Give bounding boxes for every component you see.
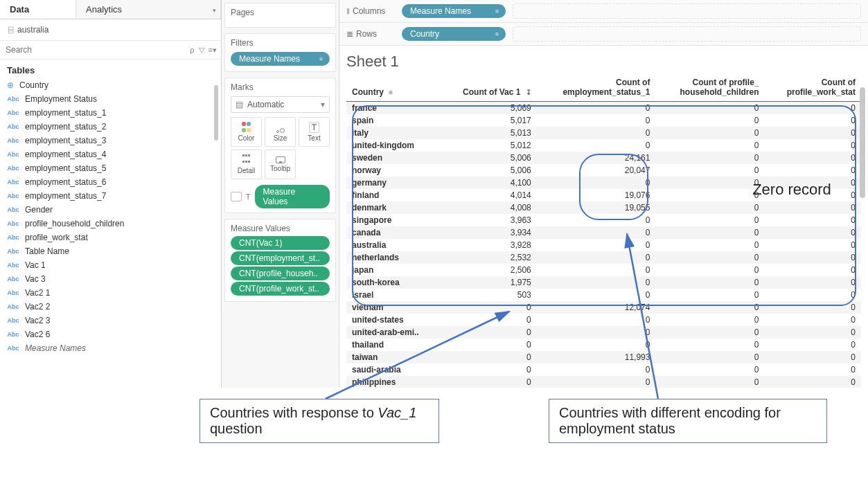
- rows-shelf[interactable]: ≣Rows Country ≡: [339, 23, 868, 46]
- field-item[interactable]: AbcGender: [0, 203, 221, 217]
- chevron-down-icon: ▾: [213, 7, 216, 14]
- cell-value: 0: [765, 177, 861, 189]
- field-item[interactable]: AbcTable Name: [0, 244, 221, 258]
- field-item[interactable]: AbcEmployment Status: [0, 92, 221, 106]
- table-row[interactable]: japan2,506000: [346, 264, 861, 276]
- search-icon[interactable]: ρ: [190, 46, 194, 55]
- cell-country: france: [346, 102, 441, 115]
- table-row[interactable]: norway5,00620,04700: [346, 164, 861, 177]
- measure-values-pill[interactable]: Measure Values: [255, 185, 330, 208]
- sidebar-tabs: Data Analytics ▾: [0, 0, 221, 19]
- field-item[interactable]: AbcMeasure Names: [0, 341, 221, 355]
- header-country[interactable]: Country ≡: [346, 76, 441, 102]
- columns-shelf[interactable]: ⦀Columns Measure Names ≡: [339, 0, 868, 23]
- table-row[interactable]: singapore3,963000: [346, 214, 861, 226]
- mark-detail-button[interactable]: Detail: [231, 150, 262, 179]
- table-row[interactable]: spain5,017000: [346, 114, 861, 127]
- table-row[interactable]: sweden5,00624,16100: [346, 152, 861, 164]
- search-input[interactable]: [0, 41, 186, 59]
- filters-shelf[interactable]: Filters Measure Names ≡: [224, 33, 336, 72]
- header-employment[interactable]: Count ofemployment_status_1: [537, 76, 656, 102]
- header-household[interactable]: Count of profile_household_children: [655, 76, 764, 102]
- field-item[interactable]: Abcprofile_household_children: [0, 217, 221, 231]
- columns-dropzone[interactable]: [513, 3, 861, 19]
- cell-value: 0: [441, 376, 537, 388]
- field-item[interactable]: AbcVac 3: [0, 272, 221, 286]
- mark-text-button[interactable]: T Text: [299, 117, 330, 147]
- measure-value-pill[interactable]: CNT(employment_st..: [231, 251, 330, 265]
- table-row[interactable]: israel503000: [346, 289, 861, 301]
- table-row[interactable]: thailand0000: [346, 339, 861, 351]
- cell-value: 0: [765, 276, 861, 289]
- field-item[interactable]: Abcemployment_status_2: [0, 120, 221, 134]
- cell-value: 0: [655, 226, 764, 239]
- vertical-scrollbar[interactable]: [860, 87, 867, 382]
- field-item[interactable]: Abcemployment_status_1: [0, 106, 221, 120]
- tab-analytics[interactable]: Analytics ▾: [76, 0, 221, 19]
- table-row[interactable]: finland4,01419,07600: [346, 189, 861, 201]
- rows-dropzone[interactable]: [513, 26, 861, 42]
- table-row[interactable]: denmark4,00819,05500: [346, 201, 861, 214]
- field-item[interactable]: ⊕Country: [0, 78, 221, 92]
- filter-icon[interactable]: ▽: [199, 46, 204, 55]
- scrollbar-thumb[interactable]: [214, 85, 218, 141]
- table-row[interactable]: taiwan011,99300: [346, 351, 861, 363]
- cell-country: singapore: [346, 214, 441, 226]
- table-row[interactable]: united-states0000: [346, 314, 861, 326]
- table-row[interactable]: south-korea1,975000: [346, 276, 861, 289]
- field-item[interactable]: Abcemployment_status_5: [0, 161, 221, 175]
- table-row[interactable]: australia3,928000: [346, 239, 861, 251]
- field-item[interactable]: Abcemployment_status_4: [0, 147, 221, 161]
- measure-value-pill[interactable]: CNT(profile_work_st..: [231, 282, 330, 296]
- table-row[interactable]: france5,069000: [346, 102, 861, 115]
- header-vac1[interactable]: Count of Vac 1 ↧: [441, 76, 537, 102]
- cell-value: 5,013: [441, 127, 537, 139]
- mark-tooltip-button[interactable]: Tooltip: [265, 150, 296, 179]
- field-label: Country: [19, 80, 48, 90]
- view-toggle-icon[interactable]: ≡▾: [209, 46, 217, 55]
- cell-value: 503: [441, 289, 537, 301]
- table-row[interactable]: canada3,934000: [346, 226, 861, 239]
- mark-detail-label: Detail: [238, 167, 256, 174]
- field-item[interactable]: AbcVac2 2: [0, 300, 221, 314]
- cell-value: 0: [765, 289, 861, 301]
- sort-icon: ≡: [319, 55, 323, 62]
- rows-pill-country[interactable]: Country ≡: [402, 27, 506, 41]
- header-workstat[interactable]: Count ofprofile_work_stat: [765, 76, 861, 102]
- datasource-row[interactable]: ⌸ australia: [0, 19, 221, 40]
- mark-size-button[interactable]: Size: [265, 117, 296, 147]
- pages-shelf[interactable]: Pages: [224, 3, 336, 28]
- field-item[interactable]: AbcVac 1: [0, 258, 221, 272]
- measure-value-pill[interactable]: CNT(Vac 1): [231, 236, 330, 250]
- abc-icon: Abc: [7, 276, 19, 282]
- field-item[interactable]: AbcVac2 3: [0, 314, 221, 327]
- filter-pill-measure-names[interactable]: Measure Names ≡: [231, 52, 330, 66]
- cell-value: 0: [537, 314, 656, 326]
- cell-country: south-korea: [346, 276, 441, 289]
- table-row[interactable]: vietnam012,07400: [346, 301, 861, 314]
- marks-type-dropdown[interactable]: ▤ Automatic ▾: [231, 96, 330, 113]
- field-item[interactable]: Abcemployment_status_6: [0, 175, 221, 189]
- field-item[interactable]: Abcemployment_status_3: [0, 134, 221, 147]
- table-row[interactable]: saudi-arabia0000: [346, 363, 861, 376]
- table-row[interactable]: united-kingdom5,012000: [346, 139, 861, 152]
- field-item[interactable]: Abcemployment_status_7: [0, 189, 221, 203]
- table-row[interactable]: germany4,100000: [346, 177, 861, 189]
- table-row[interactable]: netherlands2,532000: [346, 251, 861, 264]
- scrollbar-thumb[interactable]: [860, 87, 865, 198]
- field-item[interactable]: AbcVac2 1: [0, 286, 221, 300]
- measure-value-pill[interactable]: CNT(profile_househ..: [231, 267, 330, 280]
- mark-color-button[interactable]: Color: [231, 117, 262, 147]
- columns-pill-measure-names[interactable]: Measure Names ≡: [402, 4, 506, 18]
- abc-icon: Abc: [7, 234, 19, 241]
- table-row[interactable]: philippines0000: [346, 376, 861, 388]
- sort-desc-icon: ↧: [526, 89, 531, 96]
- sheet-title[interactable]: Sheet 1: [346, 53, 861, 71]
- tab-data[interactable]: Data: [0, 0, 76, 19]
- field-item[interactable]: AbcVac2 6: [0, 327, 221, 341]
- field-item[interactable]: Abcprofile_work_stat: [0, 231, 221, 244]
- table-row[interactable]: italy5,013000: [346, 127, 861, 139]
- cell-value: 0: [765, 102, 861, 115]
- table-row[interactable]: united-arab-emi..0000: [346, 326, 861, 339]
- cell-value: 1,975: [441, 276, 537, 289]
